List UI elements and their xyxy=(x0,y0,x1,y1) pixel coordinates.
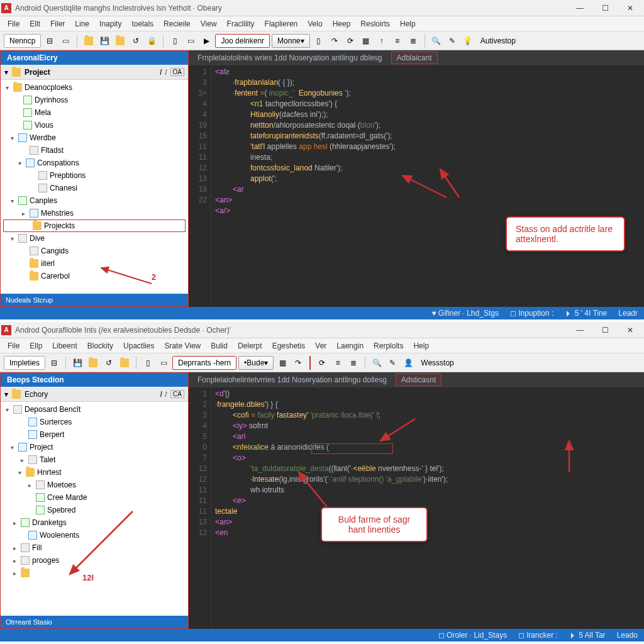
tree-item[interactable]: ▾Hnrtest xyxy=(1,466,188,479)
status-item[interactable]: ◻ Inpuption : xyxy=(510,309,553,318)
menu-item[interactable]: Rerplolts xyxy=(369,341,408,350)
build-combo[interactable]: • Bude ▾ xyxy=(238,356,274,370)
collapse-icon[interactable]: ⊟ xyxy=(47,356,61,370)
status-item[interactable]: ♥ Gifiner · Lhd_Stgs xyxy=(431,309,499,318)
grid-icon[interactable]: ▦ xyxy=(359,34,373,48)
menu-item[interactable]: Ver xyxy=(310,341,331,350)
editor-tab[interactable]: Frnplelalotolinés wries 1dd Noseryation … xyxy=(192,52,387,64)
search-icon[interactable]: 🔍 xyxy=(430,34,443,48)
tree-item[interactable]: ▸Talet xyxy=(1,453,188,466)
tree-item[interactable]: ▸Moetoes xyxy=(1,479,188,491)
menu-item[interactable]: Ellp xyxy=(25,341,47,350)
grid-icon[interactable]: ▦ xyxy=(275,356,289,370)
minimize-button[interactable]: — xyxy=(567,323,592,338)
tree-item[interactable]: ▾Werdbe xyxy=(1,131,188,144)
menu-item[interactable]: Velo xyxy=(303,19,327,28)
tree-item[interactable]: Mela xyxy=(1,106,188,119)
menu-item[interactable]: Delerpt xyxy=(233,341,267,350)
menu-item[interactable]: Blockity xyxy=(82,341,118,350)
tree-item[interactable]: Cree Marde xyxy=(1,491,188,504)
run-config[interactable]: Joo delnkenr xyxy=(215,34,270,48)
refresh-icon[interactable]: ↺ xyxy=(129,34,143,48)
sidebar-footer[interactable]: Nudeals Stcrup xyxy=(1,294,188,306)
tree-item[interactable]: ▸Mehstries xyxy=(1,207,188,219)
tree-item[interactable]: ▸Dranketgs xyxy=(1,516,188,529)
minimize-button[interactable]: — xyxy=(567,1,592,16)
tree-item[interactable]: Vious xyxy=(1,119,188,131)
chat-icon[interactable]: ▭ xyxy=(157,356,170,370)
refresh-icon[interactable]: ↺ xyxy=(102,356,116,370)
menu-item[interactable]: Heep xyxy=(328,19,356,28)
sidebar-oa[interactable]: CA xyxy=(170,390,184,398)
menu-item[interactable]: Flaplieren xyxy=(260,19,303,28)
search-icon[interactable]: 🔍 xyxy=(370,356,384,370)
tree-item[interactable]: Chanesi xyxy=(1,182,188,194)
tree-item[interactable]: Spebred xyxy=(1,504,188,516)
chat-icon[interactable]: ▭ xyxy=(184,34,197,48)
play-icon[interactable]: ▶ xyxy=(199,34,213,48)
sidebar-footer[interactable]: Otrreant Stasio xyxy=(1,616,188,628)
menu-item[interactable]: View xyxy=(196,19,222,28)
save-icon[interactable]: 💾 xyxy=(70,356,84,370)
deps-box[interactable]: Deprrants -hern xyxy=(172,356,236,370)
tree-item[interactable]: Fltadst xyxy=(1,144,188,157)
list-icon[interactable]: ≣ xyxy=(406,34,420,48)
menu-item[interactable]: Bulid xyxy=(206,341,233,350)
menu-item[interactable]: Line xyxy=(70,19,94,28)
menu-item[interactable]: Resloirts xyxy=(355,19,395,28)
toolbar-nemp[interactable]: Nenncp xyxy=(4,34,41,48)
tree-item[interactable]: Dyrinhoss xyxy=(1,94,188,106)
list-icon[interactable]: ≣ xyxy=(347,356,360,370)
tree-item[interactable]: Woolenents xyxy=(1,529,188,541)
menu-item[interactable]: Recieile xyxy=(158,19,196,28)
maximize-button[interactable]: ☐ xyxy=(592,323,618,338)
lock-icon[interactable]: 🔒 xyxy=(145,34,158,48)
tree-item[interactable]: ▾Canples xyxy=(1,194,188,207)
menu-item[interactable]: Filer xyxy=(45,19,70,28)
menu-item[interactable]: Help xyxy=(408,341,434,350)
menu-item[interactable]: File xyxy=(3,341,25,350)
sync-icon[interactable]: ↷ xyxy=(291,356,305,370)
layout-icon[interactable]: ≡ xyxy=(331,356,345,370)
layout-icon[interactable]: ≡ xyxy=(391,34,404,48)
tree-item-selected[interactable]: Projeckts xyxy=(3,219,186,232)
menu-item[interactable]: Libeent xyxy=(47,341,82,350)
tree-item[interactable]: Carerbol xyxy=(1,270,188,282)
sidebar-tab[interactable]: Beops Stecdion xyxy=(1,373,188,387)
tree-item[interactable]: iiterl xyxy=(1,257,188,270)
status-item[interactable]: Leado xyxy=(617,631,638,640)
tree-item[interactable]: Cangids xyxy=(1,245,188,257)
folder-icon[interactable] xyxy=(113,34,127,48)
open-icon[interactable] xyxy=(82,34,96,48)
collapse-icon[interactable]: ⊟ xyxy=(43,34,57,48)
maximize-button[interactable]: ☐ xyxy=(592,1,618,16)
tool-icon[interactable]: ⟳ xyxy=(315,356,329,370)
menu-item[interactable]: Srate View xyxy=(159,341,206,350)
tree-item[interactable]: Surterces xyxy=(1,416,188,428)
expand-icon[interactable]: ▭ xyxy=(58,34,72,48)
close-button[interactable]: ✕ xyxy=(618,1,643,16)
wrench-icon[interactable]: ↷ xyxy=(328,34,341,48)
status-item[interactable]: ⏵ 5 All Tar xyxy=(569,631,606,640)
menu-item[interactable]: File xyxy=(3,19,25,28)
menu-item[interactable]: Inapity xyxy=(94,19,126,28)
menu-item[interactable]: Upactlies xyxy=(118,341,159,350)
tree-item[interactable]: ▸ xyxy=(1,567,188,579)
tree-item[interactable]: ▸Fill xyxy=(1,541,188,554)
tree-item[interactable]: ▾Project xyxy=(1,441,188,453)
up-icon[interactable]: ↑ xyxy=(375,34,389,48)
tree-item[interactable]: ▾Deposard Bencît xyxy=(1,403,188,416)
bulb-icon[interactable]: 💡 xyxy=(461,34,475,48)
code-lines[interactable]: <al≥·frapblanlalan( { });·fentent =( ino… xyxy=(211,65,644,307)
status-item[interactable]: ◻ lrancker : xyxy=(518,631,558,640)
debug-icon[interactable]: ▯ xyxy=(312,34,326,48)
save-icon[interactable]: 💾 xyxy=(97,34,111,48)
menu-item[interactable]: toelals xyxy=(126,19,158,28)
menu-item[interactable]: Egeshetis xyxy=(267,341,311,350)
editor-tab-active[interactable]: Adblaicant xyxy=(391,52,438,64)
code-lines[interactable]: <d'|)·frangele.dbles') } {<cofi = facily… xyxy=(211,387,644,629)
menu-item[interactable]: Help xyxy=(395,19,421,28)
menu-item[interactable]: Ellt xyxy=(25,19,45,28)
open-icon[interactable] xyxy=(86,356,100,370)
tree-item[interactable]: ▾Dive xyxy=(1,232,188,245)
